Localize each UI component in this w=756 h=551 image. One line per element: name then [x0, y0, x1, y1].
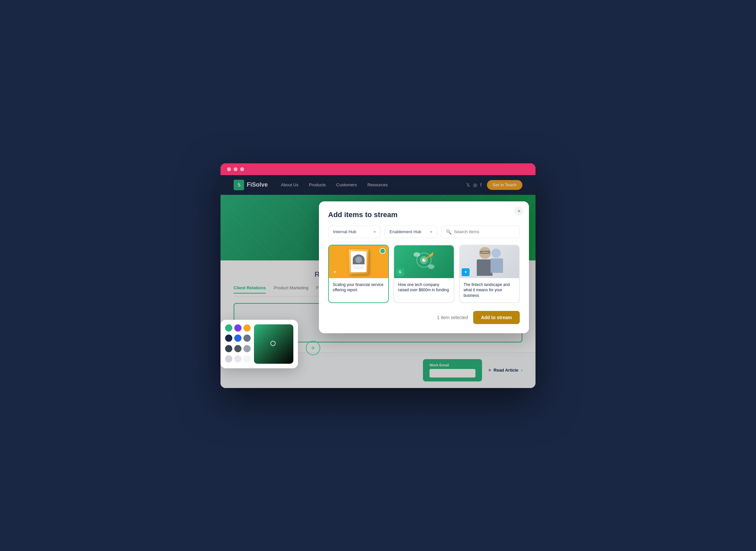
search-icon: 🔍	[446, 229, 451, 234]
color-dot-very-light-gray[interactable]	[234, 355, 242, 363]
modal-close-button[interactable]: ×	[514, 207, 524, 216]
color-dot-gray[interactable]	[244, 335, 251, 342]
color-dot-mid-gray[interactable]	[234, 345, 242, 352]
content-card-1[interactable]: ✦ Scaling your financial service offerin…	[328, 245, 389, 303]
content-card-2[interactable]: G How one tech company raised over $600m…	[393, 245, 454, 303]
modal-filters: Internal Hub ▾ Enablement Hub ▾ 🔍	[328, 226, 520, 238]
main-wrapper: 𝕊 FiSolve About Us Products Customers Re…	[221, 163, 535, 388]
color-dot-blue[interactable]	[234, 335, 242, 342]
search-box: 🔍	[441, 226, 520, 238]
search-input[interactable]	[454, 229, 515, 234]
color-picker-widget	[221, 320, 298, 368]
color-dot-orange[interactable]	[244, 325, 251, 332]
card-image-2: G	[394, 245, 453, 278]
color-dot-purple[interactable]	[234, 325, 242, 332]
browser-dot-3	[240, 167, 244, 171]
internal-hub-label: Internal Hub	[333, 229, 356, 234]
color-dot-dark-gray[interactable]	[225, 345, 232, 352]
card-body-1: Scaling your financial service offering …	[329, 278, 388, 297]
plus-button[interactable]: +	[306, 341, 320, 355]
add-items-modal: × Add items to stream Internal Hub ▾ Ena…	[319, 201, 529, 333]
color-dot-near-white[interactable]	[244, 355, 251, 363]
chevron-down-icon-2: ▾	[430, 229, 432, 234]
browser-dot-2	[234, 167, 238, 171]
color-dot-light-gray[interactable]	[244, 345, 251, 352]
card-title-3: The fintech landscape and what it means …	[464, 282, 515, 299]
card-title-2: How one tech company raised over $600m i…	[398, 282, 449, 293]
card-title-1: Scaling your financial service offering …	[333, 282, 384, 293]
card-image-3: ✦	[460, 245, 519, 278]
card-image-svg-2	[411, 248, 437, 275]
card-badge-3: ✦	[462, 268, 469, 276]
modal-footer: 1 item selected Add to stream	[328, 311, 520, 324]
internal-hub-dropdown[interactable]: Internal Hub ▾	[328, 226, 381, 238]
color-dot-lighter-gray[interactable]	[225, 355, 232, 363]
enablement-hub-label: Enablement Hub	[389, 229, 421, 234]
card-image-1: ✦	[329, 245, 388, 278]
chevron-down-icon: ▾	[374, 229, 376, 234]
card-badge-1: ✦	[331, 268, 339, 276]
color-dot-navy[interactable]	[225, 335, 232, 342]
modal-title: Add items to stream	[328, 210, 520, 219]
svg-point-5	[428, 264, 434, 269]
item-selected-count: 1 item selected	[437, 315, 468, 320]
enablement-hub-dropdown[interactable]: Enablement Hub ▾	[385, 226, 437, 238]
color-dot-green[interactable]	[225, 325, 232, 332]
card-body-3: The fintech landscape and what it means …	[460, 278, 519, 303]
card-badge-2: G	[396, 268, 404, 276]
browser-titlebar	[221, 163, 535, 175]
card-selected-indicator	[380, 248, 386, 254]
color-gradient-picker[interactable]	[254, 325, 293, 364]
content-cards-grid: ✦ Scaling your financial service offerin…	[328, 245, 520, 303]
browser-dot-1	[227, 167, 231, 171]
card-body-2: How one tech company raised over $600m i…	[394, 278, 453, 297]
svg-point-4	[413, 252, 420, 257]
content-card-3[interactable]: ✦ The fintech landscape and what it mean…	[459, 245, 520, 303]
add-to-stream-button[interactable]: Add to stream	[473, 311, 520, 324]
color-gradient-thumb	[270, 341, 276, 346]
color-dots-grid	[225, 325, 251, 364]
